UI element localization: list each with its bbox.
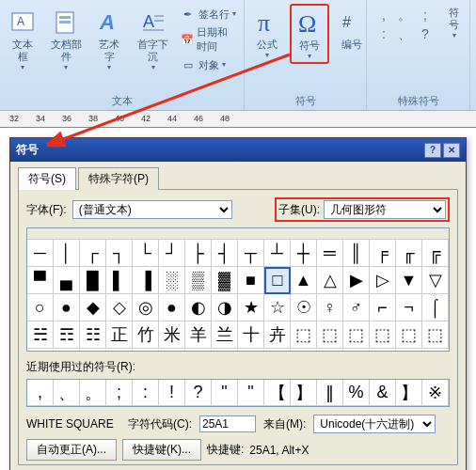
symbol-cell[interactable]: ■ (238, 267, 264, 294)
special-char[interactable]: : (374, 26, 393, 43)
recent-symbol-cell[interactable]: 】 (291, 380, 317, 406)
symbol-cell[interactable]: ○ (27, 294, 54, 321)
tab-symbols[interactable]: 符号(S) (18, 167, 76, 190)
symbol-cell[interactable]: ░ (159, 267, 185, 294)
symbol-cell[interactable]: ☵ (27, 321, 54, 349)
tab-special[interactable]: 特殊字符(P) (78, 167, 159, 190)
symbol-button[interactable]: Ω 符号 ▾ (290, 4, 329, 64)
symbol-cell[interactable]: ● (54, 294, 80, 321)
symbol-cell[interactable]: ║ (343, 240, 370, 267)
recent-symbol-cell[interactable]: ‖ (317, 380, 343, 406)
special-char[interactable]: ? (416, 26, 435, 43)
symbol-cell[interactable]: ▶ (343, 267, 370, 294)
symbol-cell[interactable]: ☷ (80, 321, 106, 349)
symbol-cell[interactable]: 羊 (185, 321, 212, 349)
recent-symbol-cell[interactable]: 、 (54, 380, 80, 406)
symbol-cell[interactable]: ╒ (370, 240, 396, 267)
symbol-cell[interactable]: ◑ (212, 294, 238, 321)
symbol-cell[interactable]: ☶ (54, 321, 80, 349)
dialog-titlebar[interactable]: 符号 ? ✕ (10, 138, 466, 162)
recent-symbol-cell[interactable]: ※ (422, 380, 449, 406)
symbol-cell[interactable]: ⬚ (396, 321, 422, 349)
recent-symbol-cell[interactable]: " (212, 380, 238, 406)
symbol-cell[interactable]: ┤ (212, 240, 238, 267)
docparts-button[interactable]: 文档部件 ▾ (45, 4, 87, 74)
symbol-cell[interactable]: ◇ (106, 294, 133, 321)
symbol-cell[interactable]: 正 (106, 321, 133, 349)
symbol-cell[interactable]: ▼ (396, 267, 422, 294)
recent-symbol-cell[interactable]: 。 (80, 380, 106, 406)
recent-symbol-cell[interactable]: ? (185, 380, 212, 406)
special-char[interactable]: 。 (395, 8, 414, 24)
recent-symbol-cell[interactable]: : (133, 380, 159, 406)
symbol-cell[interactable]: ┴ (264, 240, 291, 267)
help-button[interactable]: ? (424, 143, 441, 158)
shortcut-button[interactable]: 快捷键(K)... (122, 439, 201, 461)
special-symbol-button[interactable]: 符号 ▾ (442, 4, 466, 42)
symbol-cell[interactable]: ▲ (291, 267, 317, 294)
symbol-cell[interactable]: △ (317, 267, 343, 294)
autocorrect-button[interactable]: 自动更正(A)... (26, 439, 117, 461)
symbol-cell[interactable]: ─ (27, 240, 54, 267)
wordart-button[interactable]: A 艺术字 ▾ (90, 4, 128, 74)
code-input[interactable] (199, 415, 256, 432)
symbol-cell[interactable]: ⬚ (422, 321, 449, 349)
special-char[interactable]: , (374, 8, 393, 24)
symbol-cell[interactable]: 竹 (133, 321, 159, 349)
special-char[interactable]: ; (416, 8, 435, 24)
symbol-cell[interactable]: ├ (185, 240, 212, 267)
subset-select[interactable]: 几何图形符 (324, 200, 446, 219)
font-select[interactable]: (普通文本) (72, 200, 232, 219)
symbol-cell[interactable]: ┘ (159, 240, 185, 267)
recent-symbol-cell[interactable]: ! (159, 380, 185, 406)
symbol-cell[interactable]: █ (80, 267, 106, 294)
equation-button[interactable]: π 公式 ▾ (248, 4, 286, 62)
recent-symbol-cell[interactable]: " (238, 380, 264, 406)
symbol-cell[interactable]: │ (54, 240, 80, 267)
symbol-cell[interactable]: 米 (159, 321, 185, 349)
recent-symbol-cell[interactable]: ; (106, 380, 133, 406)
symbol-cell[interactable]: ╓ (396, 240, 422, 267)
close-button[interactable]: ✕ (443, 143, 460, 158)
symbol-cell[interactable]: ♀ (317, 294, 343, 321)
symbol-cell[interactable]: ┬ (238, 240, 264, 267)
recent-symbol-cell[interactable]: 【 (264, 380, 291, 406)
symbol-cell[interactable]: ┌ (80, 240, 106, 267)
symbol-cell[interactable]: ═ (317, 240, 343, 267)
symbol-cell[interactable]: ★ (238, 294, 264, 321)
symbol-cell[interactable]: ▄ (54, 267, 80, 294)
symbol-cell[interactable]: ▷ (370, 267, 396, 294)
symbol-cell[interactable]: ▓ (212, 267, 238, 294)
symbol-cell[interactable]: 兰 (212, 321, 238, 349)
symbol-cell[interactable]: ┼ (291, 240, 317, 267)
symbol-cell[interactable]: ⌠ (422, 294, 449, 321)
dropcap-button[interactable]: A 首字下沉 ▾ (132, 4, 173, 74)
symbol-cell[interactable]: ▀ (27, 267, 54, 294)
number-button[interactable]: # 编号 (333, 4, 371, 54)
symbol-cell[interactable]: ◆ (80, 294, 106, 321)
recent-symbol-cell[interactable]: & (370, 380, 396, 406)
symbol-cell[interactable]: ⬚ (370, 321, 396, 349)
symbol-cell[interactable]: ● (159, 294, 185, 321)
textbox-button[interactable]: A 文本框 ▾ (4, 4, 41, 74)
symbol-cell[interactable]: 十 (238, 321, 264, 349)
symbol-cell[interactable]: ▐ (133, 267, 159, 294)
symbol-cell[interactable]: ☉ (291, 294, 317, 321)
symbol-cell[interactable]: 卉 (264, 321, 291, 349)
symbol-cell[interactable]: □ (264, 267, 291, 294)
symbol-cell[interactable]: ▌ (106, 267, 133, 294)
symbol-cell[interactable]: ¬ (396, 294, 422, 321)
symbol-cell[interactable]: ⬚ (291, 321, 317, 349)
recent-symbol-cell[interactable]: 】 (396, 380, 422, 406)
from-select[interactable]: Unicode(十六进制) (313, 415, 436, 433)
symbol-cell[interactable]: ◐ (185, 294, 212, 321)
symbol-cell[interactable]: ⬚ (317, 321, 343, 349)
symbol-cell[interactable]: ▒ (185, 267, 212, 294)
symbol-cell[interactable]: ♂ (343, 294, 370, 321)
datetime-button[interactable]: 📅日期和时间 (178, 24, 240, 55)
special-char[interactable]: 、 (395, 26, 414, 43)
signature-button[interactable]: ✒签名行 ▾ (178, 6, 240, 23)
symbol-cell[interactable]: ⬚ (343, 321, 370, 349)
symbol-cell[interactable]: ◎ (133, 294, 159, 321)
recent-symbol-cell[interactable]: % (343, 380, 370, 406)
